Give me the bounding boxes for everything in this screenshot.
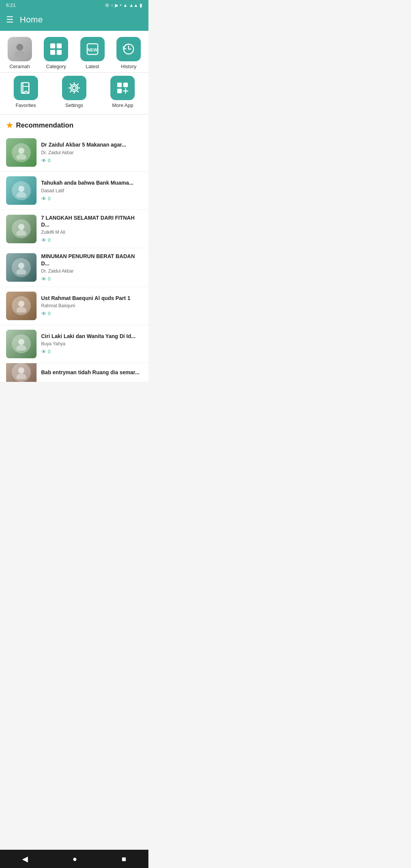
svg-point-18 [18, 186, 24, 192]
svg-point-19 [16, 192, 26, 198]
eye-icon-2: 👁 [41, 196, 46, 202]
list-item[interactable]: Ust Rahmat Baequni Al quds Part 1 Rahmat… [0, 287, 148, 325]
svg-rect-2 [50, 43, 55, 48]
nav-item-category[interactable]: Category [40, 37, 73, 69]
svg-point-29 [16, 373, 26, 379]
dot-icon: • [120, 3, 121, 8]
view-count-3: 0 [48, 238, 51, 243]
list-title-3: 7 LANGKAH SELAMAT DARI FITNAH D... [41, 214, 142, 228]
list-title-4: MINUMAN PENURUN BERAT BADAN D... [41, 253, 142, 266]
list-meta-2: 👁 0 [41, 196, 142, 202]
circle-icon: ○ [111, 3, 113, 8]
view-count-5: 0 [48, 311, 51, 316]
person-avatar-5 [12, 296, 31, 315]
ceramah-label: Ceramah [10, 64, 30, 69]
list-meta-5: 👁 0 [41, 311, 142, 317]
list-title-2: Tahukah anda bahwa Bank Muama... [41, 179, 142, 186]
nav-grid-row1: Ceramah Category NEW Latest [0, 31, 148, 73]
list-info-4: MINUMAN PENURUN BERAT BADAN D... Dr. Zai… [41, 253, 142, 282]
thumbnail-1 [6, 138, 37, 167]
list-item[interactable]: MINUMAN PENURUN BERAT BADAN D... Dr. Zai… [0, 248, 148, 287]
list-author-3: Zulkifli M Ali [41, 230, 142, 235]
person-avatar-4 [12, 258, 31, 277]
svg-rect-3 [57, 43, 62, 48]
nav-item-ceramah[interactable]: Ceramah [3, 37, 37, 69]
thumbnail-6 [6, 330, 37, 358]
list-author-5: Rahmat Baequni [41, 303, 142, 308]
list-title-1: Dr Zaidul Akbar 5 Makanan agar... [41, 141, 142, 148]
menu-icon[interactable]: ☰ [6, 15, 14, 25]
nav-grid-row2: Favorites Settings More App [0, 73, 148, 115]
thumbnail-5 [6, 292, 37, 320]
person-avatar-6 [12, 334, 31, 353]
thumbnail-2 [6, 176, 37, 205]
category-icon [49, 42, 63, 56]
category-icon-wrap [44, 37, 68, 61]
wifi-icon: ▲ [123, 3, 127, 8]
nav-item-history[interactable]: History [112, 37, 146, 69]
view-count-1: 0 [48, 158, 51, 163]
list-meta-3: 👁 0 [41, 237, 142, 243]
view-count-4: 0 [48, 276, 51, 282]
person-avatar-7 [12, 363, 31, 382]
svg-point-21 [16, 230, 26, 236]
app-bar: ☰ Home [0, 10, 148, 31]
status-bar: 6:21 ⚙ ○ ▶ • ▲ ▲▲ ▮ [0, 0, 148, 10]
svg-point-26 [18, 339, 24, 345]
list-author-1: Dr. Zaidul Akbar [41, 150, 142, 155]
recommendation-title: Recommendation [16, 121, 73, 129]
list-author-2: Dasad Latif [41, 188, 142, 193]
svg-point-1 [14, 51, 25, 57]
list-item[interactable]: Ciri Laki Laki dan Wanita Yang Di Id... … [0, 325, 148, 363]
eye-icon-5: 👁 [41, 311, 46, 317]
person-avatar-1 [12, 143, 31, 162]
svg-point-28 [18, 367, 24, 373]
list-title-5: Ust Rahmat Baequni Al quds Part 1 [41, 295, 142, 302]
favorites-label: Favorites [16, 102, 36, 108]
view-count-6: 0 [48, 349, 51, 354]
svg-point-25 [16, 307, 26, 313]
thumbnail-4 [6, 253, 37, 282]
list-author-4: Dr. Zaidul Akbar [41, 268, 142, 274]
recommendation-star-icon: ★ [6, 121, 13, 130]
svg-text:NEW: NEW [88, 48, 97, 52]
category-label: Category [46, 64, 66, 69]
svg-point-12 [71, 85, 78, 91]
play-icon: ▶ [115, 3, 118, 8]
favorites-icon [19, 81, 33, 95]
list-author-6: Buya Yahya [41, 341, 142, 346]
nav-item-moreapp[interactable]: More App [100, 76, 145, 108]
recommendation-section: ★ Recommendation Dr Zaidul Akbar 5 Makan… [0, 115, 148, 382]
list-item[interactable]: Dr Zaidul Akbar 5 Makanan agar... Dr. Za… [0, 134, 148, 172]
svg-point-24 [18, 301, 24, 307]
list-meta-4: 👁 0 [41, 276, 142, 282]
settings-icon [67, 81, 81, 95]
nav-item-favorites[interactable]: Favorites [3, 76, 48, 108]
svg-point-27 [16, 345, 26, 351]
favorites-icon-wrap [14, 76, 38, 100]
person-avatar-3 [12, 219, 31, 238]
svg-rect-4 [50, 50, 55, 55]
moreapp-icon-wrap [110, 76, 135, 100]
svg-rect-5 [57, 50, 62, 55]
battery-icon: ▮ [140, 3, 142, 8]
latest-icon-wrap: NEW [80, 37, 105, 61]
svg-point-22 [18, 263, 24, 269]
list-item[interactable]: Tahukah anda bahwa Bank Muama... Dasad L… [0, 172, 148, 210]
svg-rect-14 [123, 83, 128, 87]
list-meta-1: 👁 0 [41, 158, 142, 164]
section-title-recommendation: ★ Recommendation [0, 115, 148, 134]
nav-item-latest[interactable]: NEW Latest [76, 37, 109, 69]
list-item[interactable]: 7 LANGKAH SELAMAT DARI FITNAH D... Zulki… [0, 210, 148, 248]
list-item[interactable]: Bab entryman tidah Ruang dia semar... [0, 363, 148, 382]
app-bar-title: Home [20, 15, 43, 25]
status-time: 6:21 [6, 2, 16, 8]
latest-label: Latest [86, 64, 99, 69]
list-info-7: Bab entryman tidah Ruang dia semar... [41, 369, 142, 376]
eye-icon-1: 👁 [41, 158, 46, 164]
ceramah-avatar [8, 37, 32, 61]
nav-item-settings[interactable]: Settings [51, 76, 97, 108]
svg-point-23 [16, 269, 26, 274]
thumbnail-3 [6, 215, 37, 243]
history-label: History [121, 64, 136, 69]
